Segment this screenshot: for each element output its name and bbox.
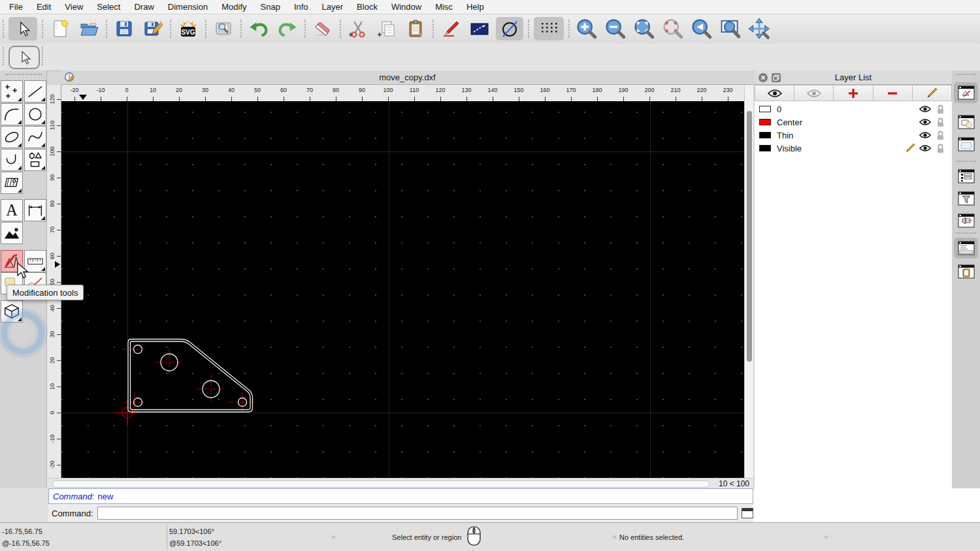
shape-tools-button[interactable] [24,149,46,171]
menu-window[interactable]: Window [391,2,421,12]
menu-info[interactable]: Info [294,2,308,12]
show-all-layers-button[interactable] [755,85,794,101]
dock-clipboard-button[interactable] [954,261,978,282]
v-ruler-tick [57,360,61,361]
vertical-scrollbar[interactable] [744,85,753,478]
menu-view[interactable]: View [65,2,83,12]
draw-pen-button[interactable] [438,17,463,40]
hide-all-layers-button[interactable] [794,85,834,101]
command-input[interactable] [97,507,738,520]
edit-layer-button[interactable] [913,85,952,101]
layer-color-swatch [759,132,771,138]
dimension-tools-button[interactable] [24,199,46,221]
menu-misc[interactable]: Misc [435,2,453,12]
svg-text:A: A [6,201,18,219]
delete-button[interactable] [310,17,335,40]
redo-button[interactable] [275,17,300,40]
dock-selection-filter-button[interactable] [954,188,978,209]
arrow-pointer-icon [16,50,32,65]
zoom-window-button[interactable] [718,17,743,40]
layer-row-0[interactable]: 0 [755,102,952,116]
menu-modify[interactable]: Modify [221,2,246,12]
layer-lock-icon[interactable] [934,131,947,140]
polyline-mode-button[interactable] [467,17,492,40]
layer-visibility-eye-icon[interactable] [919,131,932,139]
flyout-indicator [18,317,22,321]
grid-toggle-button[interactable] [534,17,564,40]
dock-block-list-button[interactable] [954,112,978,133]
toolbar-handle[interactable] [3,20,4,38]
zoom-auto-button[interactable] [632,17,657,40]
undo-button[interactable] [246,17,271,40]
menu-layer[interactable]: Layer [322,2,344,12]
zoom-out-button[interactable] [603,17,628,40]
layer-row-center[interactable]: Center [755,116,952,129]
horizontal-scrollbar-thumb[interactable] [52,480,710,488]
menu-draw[interactable]: Draw [134,2,154,12]
block-tools-button[interactable] [1,300,23,323]
zoom-previous-button[interactable] [689,17,714,40]
open-file-button[interactable] [76,17,101,40]
layer-lock-icon[interactable] [934,104,947,114]
h-ruler-label: 80 [326,87,346,93]
document-window-titlebar[interactable]: move_copy.dxf [61,71,753,85]
status-indicator-dot [332,535,335,539]
command-dock-button[interactable] [742,508,753,518]
draft-mode-button[interactable] [496,17,523,40]
save-button[interactable] [112,17,137,40]
remove-layer-button[interactable] [874,85,913,101]
zoom-in-button[interactable] [574,17,599,40]
dock-reference-view-button[interactable] [954,210,978,231]
selection-pointer-button[interactable] [8,17,37,40]
spline-tools-button[interactable] [24,126,46,148]
toolbar-handle[interactable] [3,47,4,65]
add-layer-button[interactable] [834,85,873,101]
dock-library-browser-button[interactable] [954,134,978,155]
menu-file[interactable]: File [9,2,23,12]
arc-tools-button[interactable] [1,103,23,125]
h-ruler-label: -10 [91,87,110,93]
vertical-scrollbar-thumb[interactable] [747,111,752,362]
dock-list-view-button[interactable] [954,166,978,187]
text-tools-button[interactable]: A [1,199,23,221]
layer-visibility-eye-icon[interactable] [919,118,932,126]
point-tools-button[interactable] [1,80,23,102]
layer-row-visible[interactable]: Visible [755,142,952,155]
toolbar-separator [106,20,107,38]
horizontal-scrollbar[interactable]: 10 < 100 [48,478,753,488]
dock-layer-list-button[interactable] [954,82,978,103]
hatch-tools-button[interactable] [1,172,23,194]
menu-snap[interactable]: Snap [261,2,280,12]
circle-tools-button[interactable] [24,103,46,125]
zoom-pan-button[interactable] [747,17,772,40]
layer-visibility-eye-icon[interactable] [919,144,932,152]
selection-tool-button[interactable] [8,46,40,69]
menu-select[interactable]: Select [97,2,120,12]
paste-button[interactable] [403,17,428,40]
ellipse-tools-button[interactable] [1,126,23,148]
menu-dimension[interactable]: Dimension [168,2,208,12]
layer-visibility-eye-icon[interactable] [919,105,932,113]
menu-block[interactable]: Block [357,2,378,12]
red-pencil-icon [441,19,461,39]
drawing-canvas[interactable] [61,101,744,478]
line-tools-button[interactable] [24,80,46,102]
menu-edit[interactable]: Edit [37,2,51,12]
palette-handle[interactable] [5,74,42,75]
save-as-button[interactable] [140,17,165,40]
dock-command-line-button[interactable] [954,238,978,259]
zoom-selection-button[interactable] [661,17,685,40]
layer-lock-icon[interactable] [934,144,947,153]
v-ruler-label: 10 [49,377,57,396]
export-svg-button[interactable]: SVG [176,17,201,40]
new-document-button[interactable] [48,17,73,40]
layer-lock-icon[interactable] [934,118,947,127]
polyline-tools-button[interactable] [1,149,23,171]
dock-handle[interactable] [956,74,976,75]
print-preview-button[interactable] [211,17,236,40]
image-tools-button[interactable] [1,222,23,244]
layer-row-thin[interactable]: Thin [755,129,952,142]
cut-button[interactable] [346,17,370,40]
copy-button[interactable] [374,17,399,40]
menu-help[interactable]: Help [466,2,484,12]
